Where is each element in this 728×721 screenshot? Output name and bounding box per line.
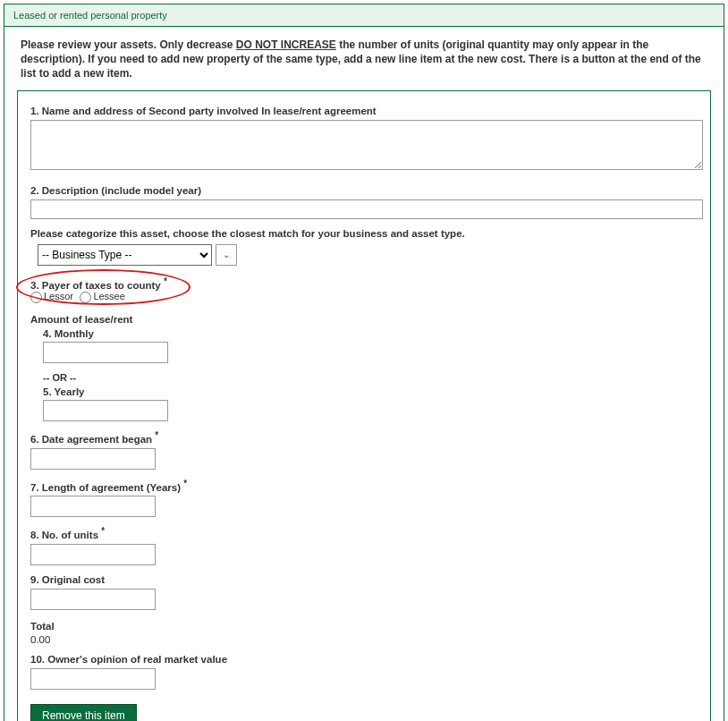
select-business-type[interactable]: -- Business Type -- <box>38 244 212 266</box>
instructions-text: Please review your assets. Only decrease… <box>4 27 724 85</box>
input-length[interactable] <box>30 496 156 517</box>
remove-item-button[interactable]: Remove this item <box>30 704 137 721</box>
label-lessor: Lessor <box>44 291 73 301</box>
label-units: 8. No. of units * <box>30 526 698 540</box>
value-total: 0.00 <box>30 634 698 645</box>
label-monthly: 4. Monthly <box>43 328 698 339</box>
amount-section-title: Amount of lease/rent <box>30 314 698 325</box>
label-total: Total <box>30 621 698 632</box>
label-length: 7. Length of agreement (Years) * <box>30 479 698 493</box>
categorize-helper: Please categorize this asset, choose the… <box>30 228 698 239</box>
leased-property-panel: Leased or rented personal property Pleas… <box>4 4 724 721</box>
payer-of-taxes-group: 3. Payer of taxes to county * Lessor Les… <box>30 275 698 307</box>
input-yearly[interactable] <box>43 400 168 421</box>
item-form: 1. Name and address of Second party invo… <box>17 90 711 721</box>
panel-title: Leased or rented personal property <box>4 4 724 27</box>
label-date-began: 6. Date agreement began * <box>30 430 698 445</box>
asset-type-dropdown[interactable]: ⌄ <box>216 244 237 266</box>
input-monthly[interactable] <box>43 342 168 363</box>
label-units-text: 8. No. of units <box>30 530 101 540</box>
instructions-emphasis: DO NOT INCREASE <box>236 38 336 51</box>
chevron-down-icon: ⌄ <box>223 250 230 259</box>
label-length-text: 7. Length of agreement (Years) <box>30 481 183 492</box>
label-payer: 3. Payer of taxes to county * <box>30 276 698 291</box>
instructions-lead: Please review your assets. Only decrease <box>21 38 236 51</box>
amount-block: 4. Monthly -- OR -- 5. Yearly <box>43 328 698 421</box>
label-payer-text: 3. Payer of taxes to county <box>30 279 164 290</box>
input-original-cost[interactable] <box>30 589 156 610</box>
label-date-began-text: 6. Date agreement began <box>30 434 155 445</box>
radio-lessor[interactable] <box>30 292 42 303</box>
label-market-value: 10. Owner's opinion of real market value <box>30 654 698 665</box>
required-asterisk: * <box>155 430 158 440</box>
label-second-party: 1. Name and address of Second party invo… <box>30 106 698 116</box>
label-yearly: 5. Yearly <box>43 386 698 397</box>
required-asterisk: * <box>183 479 187 488</box>
business-type-row: -- Business Type -- ⌄ <box>38 244 698 266</box>
payer-radio-row: Lessor Lessee <box>30 290 698 302</box>
label-description: 2. Description (include model year) <box>30 185 698 196</box>
input-units[interactable] <box>30 544 156 565</box>
required-asterisk: * <box>101 526 105 536</box>
radio-lessee[interactable] <box>80 292 91 303</box>
input-description[interactable] <box>30 199 703 219</box>
input-market-value[interactable] <box>30 668 156 690</box>
required-asterisk: * <box>164 276 167 286</box>
label-lessee: Lessee <box>93 291 124 301</box>
label-original-cost: 9. Original cost <box>30 574 698 585</box>
input-date-began[interactable] <box>30 448 156 470</box>
input-second-party[interactable] <box>30 120 703 170</box>
or-separator: -- OR -- <box>43 372 698 383</box>
